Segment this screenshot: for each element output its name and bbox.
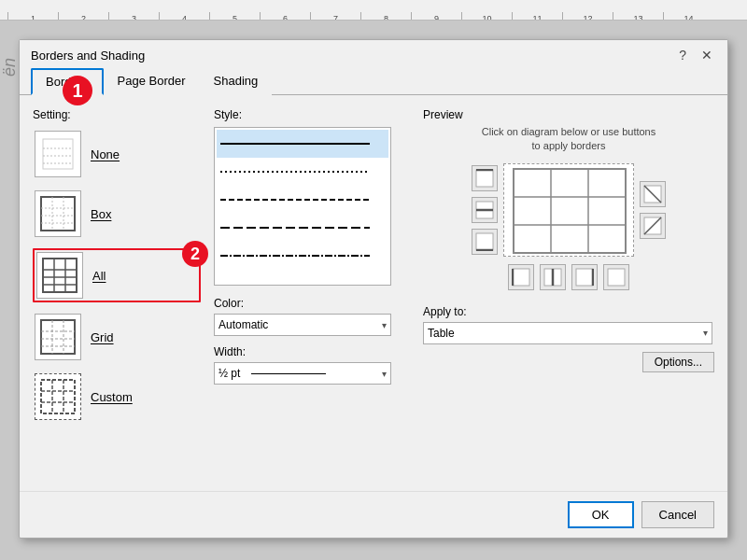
style-item-dashed-lg[interactable] xyxy=(217,214,388,242)
preview-with-buttons xyxy=(472,163,666,257)
setting-all-label: All xyxy=(92,269,106,283)
style-item-dot-dash[interactable] xyxy=(217,242,388,270)
svg-rect-22 xyxy=(41,380,75,413)
setting-box[interactable]: Box xyxy=(33,189,201,239)
setting-none[interactable]: None xyxy=(33,129,201,179)
setting-custom[interactable]: Custom xyxy=(33,371,201,422)
ruler-mark: 8 xyxy=(360,12,411,20)
title-buttons: ? ✕ xyxy=(675,48,716,63)
color-section: Color: Automatic ▾ xyxy=(214,297,410,336)
preview-canvas[interactable] xyxy=(503,163,634,257)
help-button[interactable]: ? xyxy=(675,48,690,63)
svg-rect-46 xyxy=(576,269,593,286)
ruler-mark: 14 xyxy=(663,12,713,20)
preview-label: Preview xyxy=(423,108,714,121)
setting-box-icon xyxy=(35,190,81,237)
tab-page-border[interactable]: Page Border xyxy=(104,68,200,95)
ruler-mark: 9 xyxy=(411,12,461,20)
border-diagonal-tr-button[interactable] xyxy=(640,213,666,239)
step-1-badge: 1 xyxy=(63,76,92,105)
setting-none-icon xyxy=(35,131,81,177)
svg-rect-48 xyxy=(608,269,625,286)
style-item-solid[interactable] xyxy=(217,130,388,158)
style-item-dashed-sm[interactable] xyxy=(217,186,388,214)
cancel-button[interactable]: Cancel xyxy=(641,501,714,528)
svg-rect-4 xyxy=(41,197,75,231)
close-button[interactable]: ✕ xyxy=(698,48,716,63)
apply-to-dropdown-arrow: ▾ xyxy=(703,328,708,338)
ruler-mark: 10 xyxy=(461,12,512,20)
setting-custom-icon xyxy=(35,373,81,420)
dialog-footer: OK Cancel xyxy=(20,491,727,538)
border-none-button[interactable] xyxy=(603,264,629,290)
border-top-button[interactable] xyxy=(472,165,498,191)
width-dropdown-arrow: ▾ xyxy=(382,369,387,379)
ruler-mark: 7 xyxy=(310,12,360,20)
ok-button[interactable]: OK xyxy=(568,501,634,528)
border-middle-v-button[interactable] xyxy=(540,264,566,290)
apply-to-label: Apply to: xyxy=(423,305,714,318)
width-section: Width: ½ pt ▾ xyxy=(214,345,410,385)
width-label: Width: xyxy=(214,345,410,358)
borders-shading-dialog: 1 Borders and Shading ? ✕ Borders Page B… xyxy=(19,39,728,539)
ruler-mark: 4 xyxy=(159,12,209,20)
setting-grid-label: Grid xyxy=(91,330,114,344)
style-item-dotted[interactable] xyxy=(217,158,388,186)
tab-bar: Borders Page Border Shading xyxy=(20,68,727,95)
svg-rect-0 xyxy=(43,139,73,169)
style-listbox[interactable] xyxy=(214,127,391,286)
border-right-button[interactable] xyxy=(571,264,598,290)
color-label: Color: xyxy=(214,297,410,310)
ruler-mark: 12 xyxy=(562,12,613,20)
width-select[interactable]: ½ pt ▾ xyxy=(214,362,391,385)
preview-right-buttons xyxy=(640,181,666,239)
tab-shading[interactable]: Shading xyxy=(200,68,273,95)
ruler-mark: 2 xyxy=(58,12,108,20)
document-area: ën 1 Borders and Shading ? ✕ Borders Pag… xyxy=(0,21,747,560)
svg-rect-31 xyxy=(476,233,493,250)
apply-to-value: Table xyxy=(428,327,455,340)
ruler-mark: 5 xyxy=(209,12,260,20)
preview-left-buttons xyxy=(472,165,498,255)
svg-rect-27 xyxy=(476,170,493,187)
color-dropdown-arrow: ▾ xyxy=(382,320,387,330)
options-button[interactable]: Options... xyxy=(642,352,714,372)
preview-area xyxy=(423,163,714,290)
options-row: Options... xyxy=(423,352,714,372)
dialog-overlay: 1 Borders and Shading ? ✕ Borders Page B… xyxy=(0,21,747,560)
ruler-mark: 11 xyxy=(512,12,562,20)
svg-rect-10 xyxy=(43,259,77,292)
width-value-container: ½ pt xyxy=(218,367,326,380)
border-diagonal-tl-button[interactable] xyxy=(640,181,666,207)
setting-grid[interactable]: Grid xyxy=(33,312,201,362)
setting-box-label: Box xyxy=(91,207,111,221)
preview-bottom-buttons xyxy=(508,264,629,290)
setting-custom-label: Custom xyxy=(91,390,133,404)
color-select[interactable]: Automatic ▾ xyxy=(214,314,391,336)
setting-all[interactable]: 2 All xyxy=(33,248,201,302)
width-value: ½ pt xyxy=(218,367,240,380)
preview-panel: Preview Click on diagram below or use bu… xyxy=(423,108,714,478)
style-panel: Style: xyxy=(214,108,410,478)
setting-all-icon xyxy=(36,252,83,299)
setting-grid-icon xyxy=(35,314,81,360)
color-value: Automatic xyxy=(218,318,268,331)
border-middle-h-button[interactable] xyxy=(472,197,498,223)
border-left-button[interactable] xyxy=(508,264,534,290)
apply-to-select[interactable]: Table ▾ xyxy=(423,322,712,344)
svg-rect-42 xyxy=(513,269,529,286)
step-2-badge: 2 xyxy=(182,241,208,267)
setting-none-label: None xyxy=(91,147,120,161)
ruler-mark: 3 xyxy=(108,12,159,20)
ruler: 1 2 3 4 5 6 7 8 9 10 11 12 13 14 xyxy=(0,0,747,21)
svg-rect-16 xyxy=(41,320,75,354)
settings-label: Setting: xyxy=(33,108,201,121)
title-bar: Borders and Shading ? ✕ xyxy=(20,40,727,68)
svg-rect-33 xyxy=(514,169,626,253)
ruler-mark: 13 xyxy=(613,12,663,20)
ruler-mark: 6 xyxy=(260,12,310,20)
style-label: Style: xyxy=(214,108,410,121)
border-bottom-button[interactable] xyxy=(472,229,498,255)
dialog-content: Setting: None xyxy=(20,95,727,487)
apply-to-section: Apply to: Table ▾ xyxy=(423,305,714,344)
